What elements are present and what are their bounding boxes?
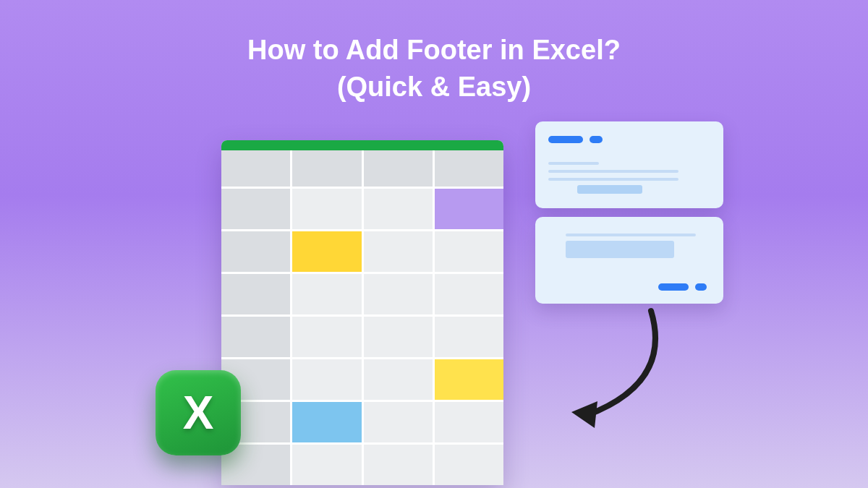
spreadsheet-grid [221,150,503,485]
sheet-header-bar [221,140,503,150]
text-line [548,178,678,181]
doc-footer-pills [658,281,710,294]
grid-cell [292,189,361,229]
grid-cell-highlight-yellow [435,359,503,400]
grid-cell-highlight-yellow [292,231,361,272]
svg-marker-0 [571,401,597,428]
grid-cell [435,274,503,314]
excel-icon-letter: X [183,386,214,440]
grid-cell [364,231,433,272]
grid-cell [292,150,361,187]
grid-cell [364,189,433,229]
grid-cell [292,445,361,485]
spreadsheet-illustration [221,140,503,485]
grid-cell [292,274,361,314]
grid-cell-highlight-blue [292,402,361,442]
grid-cell [435,317,503,357]
grid-cell [435,150,503,187]
grid-cell [221,231,290,272]
title-line-1: How to Add Footer in Excel? [0,32,868,69]
document-footer-illustration [535,217,723,304]
grid-cell [364,317,433,357]
text-block [577,185,642,194]
pill-icon [658,283,689,291]
grid-cell [364,445,433,485]
grid-cell [364,359,433,400]
doc-body-block [548,234,710,258]
grid-cell [221,189,290,229]
pill-icon [548,136,583,143]
grid-cell [435,231,503,272]
pill-icon [590,136,603,143]
page-title: How to Add Footer in Excel? (Quick & Eas… [0,0,868,106]
grid-cell [364,274,433,314]
grid-cell [292,359,361,400]
grid-cell [221,150,290,187]
title-line-2: (Quick & Easy) [0,69,868,106]
grid-cell [221,317,290,357]
pill-icon [695,283,707,291]
grid-cell [435,445,503,485]
text-line [566,234,696,236]
text-line [548,162,599,165]
excel-app-icon: X [156,370,241,455]
grid-cell [221,274,290,314]
document-header-illustration [535,121,723,208]
grid-cell [364,402,433,442]
doc-header-pills [548,133,710,146]
grid-cell-highlight-purple [435,189,503,229]
grid-cell [364,150,433,187]
grid-cell [292,317,361,357]
curved-arrow-icon [557,304,687,448]
doc-body-lines [548,162,710,194]
text-block [566,241,674,258]
text-line [548,170,678,173]
grid-cell [435,402,503,442]
